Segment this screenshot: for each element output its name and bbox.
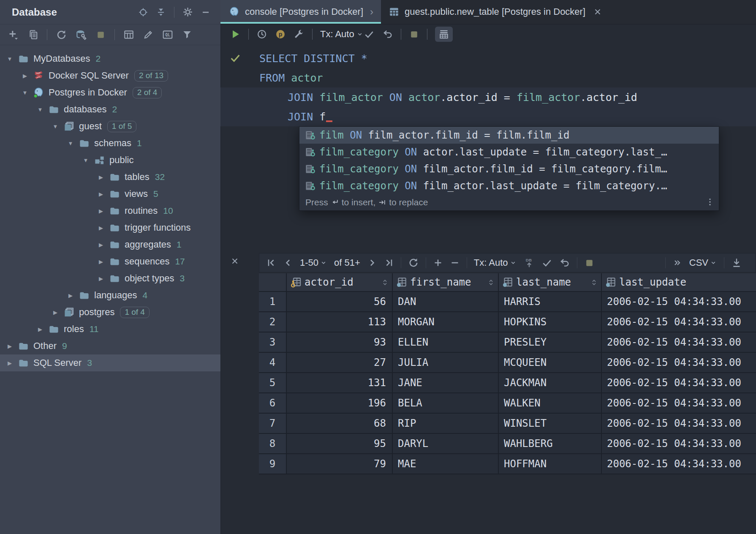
chevron-collapsed-icon[interactable]: ▶ [95,275,107,282]
chevron-expanded-icon[interactable]: ▼ [49,123,62,130]
chevron-expanded-icon[interactable]: ▼ [3,56,16,62]
tree-item-sql-server[interactable]: ▶SQL Server3 [0,354,220,371]
cell-first_name[interactable]: JULIA [393,353,499,373]
sort-icon[interactable] [381,279,389,286]
locate-icon[interactable] [138,7,148,17]
tree-item-views[interactable]: ▶views5 [0,185,220,202]
cell-last_update[interactable]: 2006-02-15 04:34:33.00 [602,332,756,353]
chevron-expanded-icon[interactable]: ▼ [19,90,31,96]
reload-icon[interactable] [408,257,419,268]
settings-icon[interactable] [182,7,193,17]
chevron-collapsed-icon[interactable]: ▶ [3,343,16,349]
table-view-icon[interactable] [123,29,134,40]
tx-mode-dropdown[interactable]: Tx: Auto [320,29,364,40]
chevron-collapsed-icon[interactable]: ▶ [95,174,107,180]
cell-first_name[interactable]: RIP [393,414,499,434]
chevron-collapsed-icon[interactable]: ▶ [64,292,77,299]
tree-item-roles[interactable]: ▶roles11 [0,321,220,338]
cell-actor_id[interactable]: 79 [287,454,393,474]
cell-actor_id[interactable]: 113 [287,312,393,332]
cell-last_update[interactable]: 2006-02-15 04:34:33.00 [602,454,756,474]
cell-last_update[interactable]: 2006-02-15 04:34:33.00 [602,373,756,393]
column-header-actor_id[interactable]: actor_id [287,273,393,292]
sql-code[interactable]: SELECT DISTINCT *FROM actorJOIN film_act… [220,44,756,126]
cell-last_update[interactable]: 2006-02-15 04:34:33.00 [602,353,756,373]
delete-row-icon[interactable] [450,258,460,268]
download-icon[interactable] [731,257,742,268]
last-page-icon[interactable] [384,258,394,268]
cell-actor_id[interactable]: 131 [287,373,393,393]
cell-first_name[interactable]: DAN [393,292,499,312]
chevron-collapsed-icon[interactable]: ▶ [95,191,107,197]
cell-last_name[interactable]: HOFFMAN [499,454,602,474]
cell-last_name[interactable]: MCQUEEN [499,353,602,373]
rollback-icon[interactable] [382,29,393,40]
chevron-collapsed-icon[interactable]: ▶ [49,309,62,316]
close-tab-icon[interactable] [593,7,602,16]
tree-item-databases[interactable]: ▼databases2 [0,101,220,118]
cell-actor_id[interactable]: 56 [287,292,393,312]
stop-icon[interactable] [584,258,595,268]
tab-console[interactable]: console [Postgres in Docker]› [220,0,381,24]
code-line-2[interactable]: FROM actor [220,68,756,87]
column-header-last_update[interactable]: last_update [602,273,756,292]
chevron-collapsed-icon[interactable]: ▶ [95,208,107,214]
tree-item-guest[interactable]: ▼guest1 of 5 [0,118,220,135]
tree-item-postgres-in-docker[interactable]: ▼Postgres in Docker2 of 4 [0,84,220,101]
cell-last_update[interactable]: 2006-02-15 04:34:33.00 [602,292,756,312]
sort-icon[interactable] [487,279,495,286]
code-line-4[interactable]: JOIN f [220,107,756,126]
completion-item[interactable]: film_category ON actor.last_update = fil… [299,144,719,161]
tree-item-public[interactable]: ▼public [0,152,220,169]
tree-item-schemas[interactable]: ▼schemas1 [0,135,220,152]
tx-mode-dropdown[interactable]: Tx: Auto [474,257,517,268]
page-range-dropdown[interactable]: 1-50 [300,257,327,268]
cell-last_name[interactable]: JACKMAN [499,373,602,393]
datasource-properties-icon[interactable] [76,29,87,41]
cell-actor_id[interactable]: 196 [287,393,393,414]
commit-check-icon[interactable] [541,257,552,268]
new-datasource-icon[interactable] [8,29,19,41]
cell-first_name[interactable]: JANE [393,373,499,393]
chevron-expanded-icon[interactable]: ▼ [34,106,46,113]
more-icon[interactable] [672,258,683,268]
collapse-all-icon[interactable] [156,7,166,17]
cell-first_name[interactable]: BELA [393,393,499,414]
query-console-icon[interactable]: QL [162,29,173,40]
chevron-expanded-icon[interactable]: ▼ [64,140,77,147]
filter-icon[interactable] [182,29,193,40]
next-page-icon[interactable] [367,258,377,268]
tree-item-other[interactable]: ▶Other9 [0,338,220,354]
cell-last_update[interactable]: 2006-02-15 04:34:33.00 [602,434,756,454]
history-icon[interactable] [256,29,267,40]
profiler-icon[interactable]: p [275,29,286,40]
wrench-icon[interactable] [294,29,305,40]
cell-first_name[interactable]: MORGAN [393,312,499,332]
chevron-collapsed-icon[interactable]: ▶ [95,225,107,231]
tree-item-postgres[interactable]: ▶postgres1 of 4 [0,304,220,321]
commit-check-icon[interactable] [364,29,375,40]
column-header-last_name[interactable]: last_name [499,273,602,292]
chevron-collapsed-icon[interactable]: ▶ [19,73,31,79]
cell-first_name[interactable]: DARYL [393,434,499,454]
cell-last_name[interactable]: PRESLEY [499,332,602,353]
cell-last_name[interactable]: WALKEN [499,393,602,414]
code-line-1[interactable]: SELECT DISTINCT * [220,49,756,68]
refresh-icon[interactable] [56,29,67,41]
cell-last_update[interactable]: 2006-02-15 04:34:33.00 [602,393,756,414]
close-results-icon[interactable] [230,256,239,267]
cell-first_name[interactable]: ELLEN [393,332,499,353]
column-header-first_name[interactable]: first_name [393,273,499,292]
chevron-collapsed-icon[interactable]: ▶ [3,360,16,366]
tree-item-languages[interactable]: ▶languages4 [0,287,220,304]
completion-item[interactable]: film_category ON film_actor.film_id = fi… [299,161,719,177]
edit-icon[interactable] [143,29,154,40]
add-row-icon[interactable] [433,258,443,268]
play-icon[interactable] [230,29,241,40]
chevron-expanded-icon[interactable]: ▼ [79,157,92,163]
first-page-icon[interactable] [266,258,276,268]
tree-item-mydatabases[interactable]: ▼MyDatabases2 [0,50,220,67]
kebab-menu-icon[interactable] [705,197,715,209]
tree-item-tables[interactable]: ▶tables32 [0,169,220,185]
prev-page-icon[interactable] [283,258,293,268]
